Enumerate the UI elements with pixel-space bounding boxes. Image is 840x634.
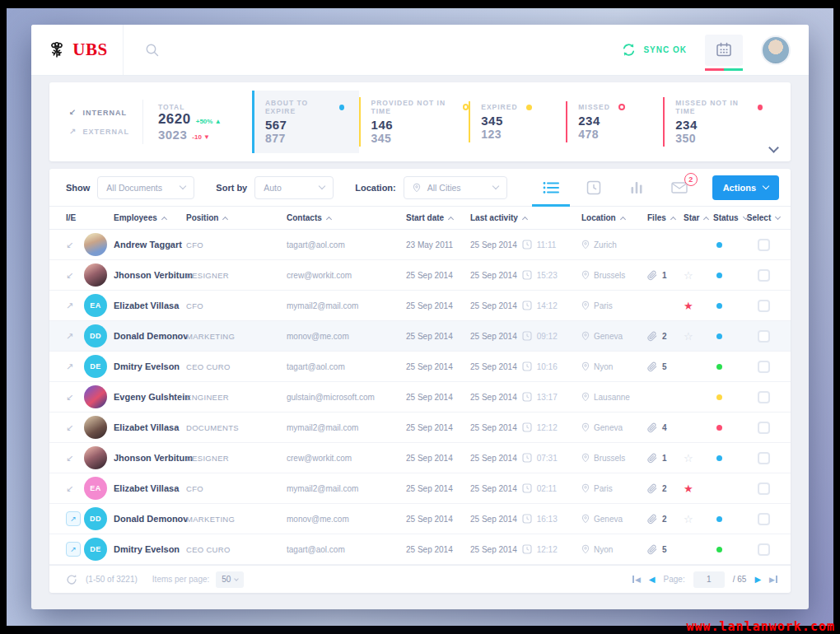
table-row[interactable]: ↗ DE Dmitry Evelson CEO CURO tagart@aol.…	[49, 352, 791, 382]
employee-name[interactable]: Elizabet Villasa	[114, 301, 179, 310]
contact-email[interactable]: mymail2@mail.com	[287, 484, 406, 493]
sync-status[interactable]: SYNC OK	[621, 42, 687, 58]
row-checkbox[interactable]	[758, 391, 770, 403]
row-checkbox[interactable]	[758, 239, 770, 251]
previous-page-button[interactable]: ◀	[649, 575, 656, 584]
employee-name[interactable]: Donald Demonov	[114, 331, 188, 341]
star-icon[interactable]: ☆	[684, 270, 693, 281]
column-header-location[interactable]: Location	[581, 213, 647, 222]
contact-email[interactable]: tagart@aol.com	[287, 362, 406, 371]
filter-internal[interactable]: ↙ INTERNAL	[69, 108, 129, 117]
employee-name[interactable]: Jhonson Verbitum	[114, 453, 193, 463]
row-checkbox[interactable]	[758, 330, 770, 343]
last-activity-time: 10:16	[537, 362, 558, 371]
row-checkbox[interactable]	[758, 543, 770, 556]
row-checkbox[interactable]	[758, 300, 770, 312]
tab-timeline-view[interactable]	[572, 169, 615, 207]
column-header-star[interactable]: Star	[684, 213, 712, 222]
column-header-status[interactable]: Status	[712, 213, 748, 222]
table-row[interactable]: ↙ Evgeny Gulshtein ENGINEER gulstain@mic…	[49, 382, 791, 413]
location-pin-icon	[581, 392, 590, 402]
employee-name[interactable]: Donald Demonov	[114, 514, 188, 524]
contact-email[interactable]: mymail2@mail.com	[287, 423, 406, 432]
last-page-button[interactable]: ▶	[769, 576, 777, 584]
contact-email[interactable]: monov@me.com	[287, 515, 406, 524]
page-input[interactable]: 1	[693, 571, 725, 588]
filter-external[interactable]: ↗ EXTERNAL	[69, 127, 129, 136]
stat-card[interactable]: MISSED NOT IN TIME 234 350	[663, 97, 763, 147]
table-row[interactable]: ↗ DE Dmitry Evelson CEO CURO tagart@aol.…	[49, 534, 791, 565]
items-per-page-select[interactable]: 50	[216, 571, 244, 588]
table-row[interactable]: ↙ EA Elizabet Villasa CFO mymail2@mail.c…	[49, 473, 791, 504]
row-checkbox[interactable]	[758, 482, 770, 495]
column-header-files[interactable]: Files	[647, 213, 684, 222]
location-dropdown[interactable]: All Cities	[404, 176, 507, 199]
row-checkbox[interactable]	[758, 422, 770, 434]
star-icon[interactable]: ☆	[684, 331, 693, 342]
row-checkbox[interactable]	[758, 513, 770, 525]
refresh-button[interactable]	[66, 574, 77, 585]
location-pin-icon	[413, 183, 421, 193]
row-checkbox[interactable]	[758, 269, 770, 282]
contact-email[interactable]: mymail2@mail.com	[287, 301, 406, 310]
column-header-employees[interactable]: Employees	[84, 213, 186, 222]
employee-name[interactable]: Elizabet Villasa	[114, 422, 179, 432]
star-icon[interactable]: ☆	[684, 514, 693, 524]
table-row[interactable]: ↗ EA Elizabet Villasa CFO mymail2@mail.c…	[49, 291, 791, 321]
contact-email[interactable]: gulstain@microsoft.com	[287, 393, 406, 402]
table-row[interactable]: ↗ DD Donald Demonov MARKETING monov@me.c…	[49, 504, 791, 534]
column-header-start-date[interactable]: Start date	[406, 213, 470, 222]
last-activity-date: 25 Sep 2014	[470, 484, 517, 493]
contact-email[interactable]: crew@workit.com	[287, 271, 406, 280]
stat-total[interactable]: TOTAL 2620 +50% ▲ 3023 -10 ▼	[143, 103, 240, 142]
table-row[interactable]: ↙ Jhonson Verbitum DESIGNER crew@workit.…	[49, 260, 791, 291]
actions-button[interactable]: Actions	[712, 175, 779, 200]
contact-email[interactable]: crew@workit.com	[287, 454, 406, 463]
employee-name[interactable]: Dmitry Evelson	[114, 544, 180, 554]
location-pin-icon	[581, 270, 590, 280]
column-header-i-e[interactable]: I/E	[66, 213, 84, 222]
stats-expand-chevron-icon[interactable]	[768, 142, 779, 153]
employee-name[interactable]: Dmitry Evelson	[114, 361, 180, 371]
column-header-last-activity[interactable]: Last activity	[470, 213, 581, 222]
column-header-select[interactable]: Select	[748, 213, 779, 222]
first-page-button[interactable]: ◀	[632, 576, 641, 584]
start-date-value: 25 Sep 2014	[406, 484, 470, 493]
table-row[interactable]: ↙ Elizabet Villasa DOCUMENTS mymail2@mai…	[49, 413, 791, 443]
stat-card[interactable]: MISSED 234 478	[566, 101, 663, 142]
user-avatar[interactable]	[761, 35, 791, 65]
location-value: Brussels	[594, 454, 625, 463]
employee-name[interactable]: Jhonson Verbitum	[114, 270, 193, 280]
table-row[interactable]: ↙ Jhonson Verbitum DESIGNER crew@workit.…	[49, 443, 791, 473]
table-row[interactable]: ↙ Andrew Taggart CFO tagart@aol.com 23 M…	[49, 230, 791, 260]
status-dot	[716, 455, 722, 461]
stat-card[interactable]: EXPIRED 345 123	[469, 101, 566, 142]
contact-email[interactable]: monov@me.com	[287, 332, 406, 341]
stat-card[interactable]: ABOUT TO EXPIRE 567 877	[252, 91, 359, 153]
app-window: UBS SYNC OK	[31, 25, 809, 609]
calendar-button[interactable]	[705, 35, 743, 66]
star-icon[interactable]: ☆	[684, 453, 693, 464]
search-button[interactable]	[145, 43, 160, 58]
contact-email[interactable]: tagart@aol.com	[287, 545, 406, 554]
row-checkbox[interactable]	[758, 452, 770, 464]
tab-messages[interactable]: 2	[658, 169, 701, 207]
row-checkbox[interactable]	[758, 361, 770, 373]
documents-dropdown[interactable]: All Documents	[97, 176, 194, 199]
column-header-position[interactable]: Position	[186, 213, 287, 222]
employee-name[interactable]: Elizabet Villasa	[114, 483, 179, 493]
table-row[interactable]: ↗ DD Donald Demonov MARKETING monov@me.c…	[49, 321, 791, 352]
star-icon[interactable]: ★	[684, 301, 693, 311]
sort-dropdown[interactable]: Auto	[254, 176, 334, 199]
watermark: www.lanlanwork.com	[686, 619, 835, 634]
tab-list-view[interactable]	[530, 169, 572, 207]
last-activity-date: 25 Sep 2014	[470, 454, 517, 463]
column-header-contacts[interactable]: Contacts	[287, 213, 406, 222]
star-icon[interactable]: ★	[684, 483, 693, 494]
employee-name[interactable]: Evgeny Gulshtein	[114, 392, 190, 402]
contact-email[interactable]: tagart@aol.com	[287, 240, 406, 249]
next-page-button[interactable]: ▶	[754, 575, 761, 584]
stat-card[interactable]: PROVIDED NOT IN TIME 146 345	[359, 97, 469, 147]
tab-chart-view[interactable]	[615, 169, 658, 207]
employee-name[interactable]: Andrew Taggart	[114, 240, 182, 249]
